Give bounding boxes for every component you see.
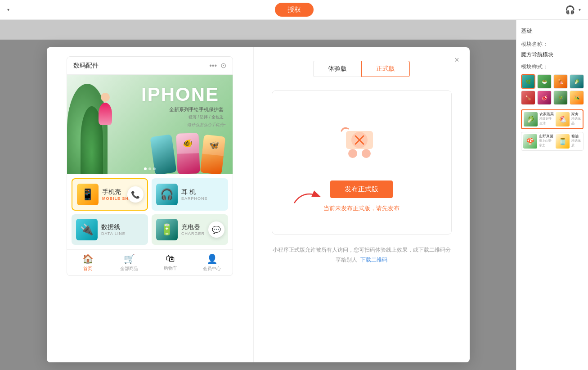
data-line-title: 数据线: [101, 223, 126, 231]
style-card-1-texts2: 家禽 精选优品: [571, 112, 581, 126]
headset-icon[interactable]: 🎧: [565, 5, 575, 15]
data-line-icon: 🔌: [76, 219, 98, 240]
style-icon-2[interactable]: 🥗: [537, 74, 552, 89]
style-card-2[interactable]: 🍄 山野真菌 雨上山野亲土 🫙 粮油 精选优质: [521, 132, 584, 151]
phone-panel: 数码配件 ••• ⊙: [47, 47, 254, 362]
phone-bottom-nav: 🏠 首页 🛒 全部商品 🛍 购物车 👤: [67, 249, 233, 275]
publish-official-button[interactable]: 发布正式版: [330, 180, 393, 198]
style-card-1[interactable]: 🥬 农家蔬菜 精致好牛生活 🐔 家禽 精选优品: [521, 109, 584, 129]
style-icon-6[interactable]: 🥩: [537, 90, 552, 105]
topbar-center: 授权: [275, 3, 314, 17]
red-arrow: [290, 185, 326, 208]
style-card-2-sub: 雨上山野亲土: [539, 139, 554, 148]
style-card-1-img: 🥬: [524, 112, 538, 126]
earphone-icon: 🎧: [156, 184, 178, 205]
style-icon-8[interactable]: 🫒: [570, 90, 584, 105]
topbar-right: 🎧 ▾: [565, 5, 581, 15]
style-card-1-name: 农家蔬菜: [539, 112, 554, 117]
error-illustration: [335, 117, 389, 171]
trial-version-tab[interactable]: 体验版: [313, 61, 361, 77]
version-tabs: 体验版 正式版: [313, 61, 410, 77]
main-area: × 数码配件 ••• ⊙: [0, 20, 588, 370]
phone-cases: 🐠 🦋: [153, 133, 224, 174]
message-float-icon: 💬: [212, 226, 221, 234]
cart-icon: 🛍: [166, 253, 175, 264]
home-label: 首页: [83, 266, 92, 272]
earphone-subtitle: EARPHONE: [181, 196, 208, 201]
style-card-2-name: 山野真菌: [539, 134, 554, 139]
banner-iphone-text: IPHONE: [141, 84, 219, 105]
banner-sub3: 做什么怎么心手机壳~: [187, 122, 226, 128]
style-icon-7[interactable]: 🎋: [553, 90, 568, 105]
style-card-2-texts2: 粮油 精选优质: [571, 134, 581, 149]
banner-sub2: 轻薄 / 防摔 / 全包边: [189, 114, 224, 120]
banner-sub1: 全新系列手绘手机保护套: [169, 106, 224, 113]
nav-item-data-line[interactable]: 🔌 数据线 DATA LINE: [72, 214, 148, 245]
girl-decoration: [94, 93, 117, 129]
preview-box: 发布正式版 当前未发布正式版，请先发布: [272, 90, 452, 235]
official-version-tab[interactable]: 正式版: [361, 61, 410, 77]
topbar-left: ▾: [7, 7, 9, 12]
style-card-1-sub2: 精选优品: [571, 117, 581, 126]
style-icon-5[interactable]: 🍗: [521, 90, 535, 105]
style-icons-grid: 🌿 🥗 🍖 🥬 🍗 🥩: [521, 74, 584, 105]
nav-item-earphone[interactable]: 🎧 耳 机 EARPHONE: [152, 178, 228, 211]
sidebar-module-name: 魔方导航模块: [521, 51, 584, 59]
sidebar-module-label: 模块名称：: [521, 41, 584, 48]
authorize-button[interactable]: 授权: [275, 3, 314, 17]
publish-button-container: 发布正式版: [330, 180, 393, 204]
download-qrcode-link[interactable]: 下载二维码: [360, 257, 387, 263]
modal-close-button[interactable]: ×: [451, 54, 463, 66]
phone-header: 数码配件 ••• ⊙: [67, 57, 233, 75]
modal: × 数码配件 ••• ⊙: [47, 47, 470, 362]
member-icon: 👤: [206, 253, 218, 264]
mobile-shell-icon: 📱: [77, 184, 99, 205]
topbar: ▾ 授权 🎧 ▾: [0, 0, 588, 20]
msg-icon[interactable]: 💬: [208, 221, 224, 238]
modal-overlay: × 数码配件 ••• ⊙: [0, 40, 516, 370]
phone-float-icon: 📞: [131, 190, 140, 199]
charger-title: 充电器: [181, 223, 205, 231]
phone-banner: IPHONE 全新系列手绘手机保护套 轻薄 / 防摔 / 全包边 做什么怎么心手…: [67, 75, 233, 174]
target-icon[interactable]: ⊙: [220, 61, 226, 70]
chevron-down-icon[interactable]: ▾: [7, 7, 9, 12]
charger-subtitle: CHARGER: [181, 231, 205, 236]
more-icon[interactable]: •••: [209, 62, 217, 70]
charger-texts: 充电器 CHARGER: [181, 223, 205, 236]
style-card-2-name2: 粮油: [571, 134, 581, 139]
sidebar-section-title: 基础: [521, 27, 584, 35]
nav-item-charger[interactable]: 🔋 充电器 CHARGER 💬: [152, 214, 228, 245]
all-products-label: 全部商品: [120, 266, 138, 272]
right-sidebar: 基础 模块名称： 魔方导航模块 模块样式： 🌿 🥗 🍖 🥬: [516, 20, 588, 370]
phone-frame: 数码配件 ••• ⊙: [67, 56, 233, 276]
all-products-icon: 🛒: [124, 253, 135, 264]
bottom-nav-home[interactable]: 🏠 首页: [67, 253, 108, 272]
style-card-1-name2: 家禽: [571, 112, 581, 117]
svg-point-2: [362, 149, 371, 158]
charger-icon: 🔋: [156, 219, 178, 240]
phone-nav-grid: 📱 手机壳 MOBILE SHELL 📞: [67, 174, 233, 249]
style-card-1-texts: 农家蔬菜 精致好牛生活: [539, 112, 554, 126]
data-line-subtitle: DATA LINE: [101, 231, 126, 236]
cart-label: 购物车: [164, 265, 177, 271]
style-icon-1[interactable]: 🌿: [521, 74, 535, 89]
style-icon-3[interactable]: 🍖: [553, 74, 568, 89]
style-card-2-sub2: 精选优质: [571, 139, 581, 148]
right-panel: 体验版 正式版: [254, 47, 470, 362]
style-card-1-img2: 🐔: [556, 112, 570, 126]
style-card-1-inner: 🥬 农家蔬菜 精致好牛生活 🐔 家禽 精选优品: [522, 110, 583, 128]
style-icon-4[interactable]: 🥬: [570, 74, 584, 89]
data-line-texts: 数据线 DATA LINE: [101, 223, 126, 236]
call-icon[interactable]: 📞: [127, 186, 144, 203]
nav-item-mobile-shell[interactable]: 📱 手机壳 MOBILE SHELL 📞: [72, 178, 148, 211]
svg-point-1: [348, 149, 357, 158]
style-card-1-sub: 精致好牛生活: [539, 117, 554, 126]
home-icon: 🏠: [82, 253, 94, 264]
bottom-nav-all-products[interactable]: 🛒 全部商品: [108, 253, 150, 272]
sidebar-style-label: 模块样式：: [521, 63, 584, 71]
info-text: 小程序正式版允许被所有人访问，您可扫码体验线上效果，或下载二维码分享给别人 下载…: [272, 245, 452, 265]
phone-header-icons: ••• ⊙: [209, 61, 226, 70]
topbar-chevron-icon[interactable]: ▾: [579, 7, 581, 12]
bottom-nav-member[interactable]: 👤 会员中心: [191, 253, 233, 272]
bottom-nav-cart[interactable]: 🛍 购物车: [150, 253, 191, 272]
